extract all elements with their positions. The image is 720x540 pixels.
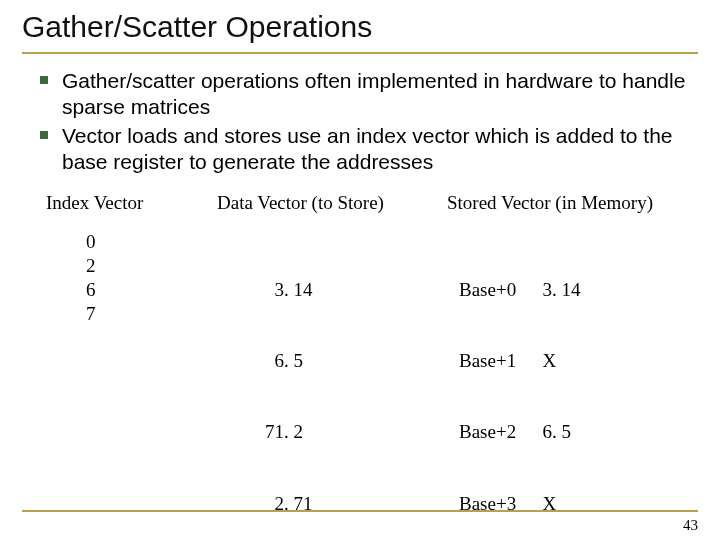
index-value: 7	[86, 302, 217, 326]
column-header: Data Vector (to Store)	[217, 192, 447, 214]
stored-val: X	[533, 349, 556, 373]
stored-row: Base+2 6. 5	[459, 420, 698, 444]
slide-title: Gather/Scatter Operations	[22, 10, 698, 50]
bullet-list: Gather/scatter operations often implemen…	[40, 68, 698, 174]
columns: Index Vector 0 2 6 7 Data Vector (to Sto…	[22, 192, 698, 540]
stored-val: 6. 5	[533, 420, 571, 444]
index-value: 6	[86, 278, 217, 302]
bullet-square-icon	[40, 76, 48, 84]
stored-row: Base+0 3. 14	[459, 278, 698, 302]
stored-addr: Base+2	[459, 420, 533, 444]
index-values: 0 2 6 7	[46, 230, 217, 325]
page-number: 43	[683, 517, 698, 534]
bullet-text: Vector loads and stores use an index vec…	[62, 123, 698, 174]
stored-addr: Base+0	[459, 278, 533, 302]
index-value: 2	[86, 254, 217, 278]
bullet-square-icon	[40, 131, 48, 139]
bottom-rule	[22, 510, 698, 512]
column-header: Stored Vector (in Memory)	[447, 192, 698, 214]
index-vector-column: Index Vector 0 2 6 7	[22, 192, 217, 540]
data-value: 6. 5	[265, 349, 447, 373]
title-rule	[22, 52, 698, 54]
bullet-item: Gather/scatter operations often implemen…	[40, 68, 698, 119]
stored-rows: Base+0 3. 14 Base+1 X Base+2 6. 5 Base+3…	[447, 230, 698, 540]
stored-row: Base+1 X	[459, 349, 698, 373]
column-header: Index Vector	[46, 192, 217, 214]
data-values: 3. 14 6. 5 71. 2 2. 71	[217, 230, 447, 540]
slide: Gather/Scatter Operations Gather/scatter…	[0, 0, 720, 540]
bullet-text: Gather/scatter operations often implemen…	[62, 68, 698, 119]
data-value: 3. 14	[265, 278, 447, 302]
data-vector-column: Data Vector (to Store) 3. 14 6. 5 71. 2 …	[217, 192, 447, 540]
data-value: 71. 2	[265, 420, 447, 444]
stored-addr: Base+1	[459, 349, 533, 373]
stored-val: 3. 14	[533, 278, 581, 302]
stored-vector-column: Stored Vector (in Memory) Base+0 3. 14 B…	[447, 192, 698, 540]
index-value: 0	[86, 230, 217, 254]
bullet-item: Vector loads and stores use an index vec…	[40, 123, 698, 174]
